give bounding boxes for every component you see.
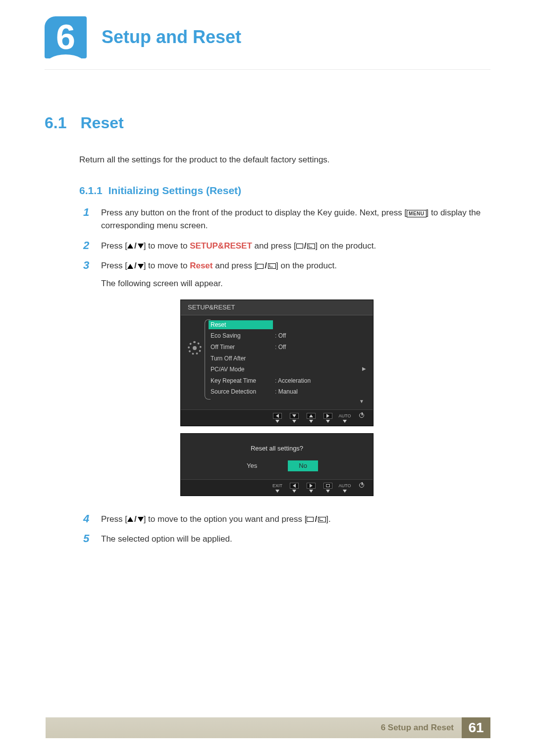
osd-row: Source DetectionManual <box>211 386 366 398</box>
osd-nav-right <box>321 413 334 423</box>
up-arrow-icon <box>127 517 133 522</box>
chapter-number-tab: 6 <box>45 16 87 58</box>
source-icon <box>307 517 314 522</box>
confirm-question: Reset all settings? <box>181 444 373 454</box>
confirm-yes-option: Yes <box>236 460 268 471</box>
osd-power-button <box>355 483 368 493</box>
osd-footer-buttons: AUTO <box>181 409 373 426</box>
osd-setup-reset-menu: SETUP&RESET Reset Eco SavingOff Off Time… <box>180 300 374 426</box>
enter-icon <box>307 244 315 249</box>
subsection-heading: 6.1.1Initializing Settings (Reset) <box>79 185 490 197</box>
page-footer: 6 Setup and Reset 61 <box>45 717 490 738</box>
page-number: 61 <box>462 717 490 738</box>
step-number: 5 <box>83 533 92 546</box>
power-icon <box>359 483 364 488</box>
osd-nav-down <box>288 413 301 423</box>
section-number: 6.1 <box>45 114 66 132</box>
up-arrow-icon <box>127 264 133 269</box>
down-arrow-icon <box>138 264 144 269</box>
down-arrow-icon <box>138 517 144 522</box>
steps-list: 1 Press any button on the front of the p… <box>83 206 490 546</box>
step-number: 4 <box>83 513 92 526</box>
section-title: Reset <box>80 114 123 132</box>
subsection-number: 6.1.1 <box>79 185 103 196</box>
osd-row: Eco SavingOff <box>211 330 366 342</box>
step-number: 2 <box>83 240 92 252</box>
osd-nav-up <box>305 413 318 423</box>
down-arrow-icon <box>138 244 144 249</box>
step-2: 2 Press [/] to move to SETUP&RESET and p… <box>83 240 490 252</box>
osd-nav-right <box>305 483 318 493</box>
osd-auto-button: AUTO <box>338 483 351 493</box>
enter-icon <box>268 263 276 269</box>
bracket-decoration <box>205 319 211 400</box>
chapter-number: 6 <box>56 18 75 56</box>
gear-icon <box>188 341 202 355</box>
chevron-right-icon: ▶ <box>362 365 366 374</box>
osd-row: Off TimerOff <box>211 342 366 353</box>
power-icon <box>359 413 364 418</box>
section-intro: Return all the settings for the product … <box>79 155 490 165</box>
setup-reset-link: SETUP&RESET <box>190 241 252 251</box>
step-number: 1 <box>83 206 92 233</box>
reset-link: Reset <box>190 261 213 270</box>
osd-nav-left <box>271 413 284 423</box>
osd-row: Key Repeat TimeAcceleration <box>211 375 366 387</box>
step-3: 3 Press [/] to move to Reset and press [… <box>83 259 490 506</box>
chapter-header: 6 Setup and Reset <box>45 15 490 59</box>
osd-power-button <box>355 413 368 423</box>
enter-icon <box>318 517 326 522</box>
chapter-title: Setup and Reset <box>102 27 241 48</box>
osd-auto-button: AUTO <box>338 413 351 423</box>
step-3-note: The following screen will appear. <box>101 277 490 290</box>
subsection-title: Initializing Settings (Reset) <box>108 185 241 196</box>
divider <box>45 69 490 70</box>
step-1: 1 Press any button on the front of the p… <box>83 206 490 233</box>
osd-enter-button <box>321 483 334 493</box>
osd-footer-buttons: EXIT AUTO <box>181 479 373 496</box>
chevron-down-icon: ▼ <box>211 398 366 405</box>
osd-row-reset: Reset <box>211 319 366 331</box>
osd-reset-confirm-dialog: Reset all settings? Yes No EXIT <box>180 433 374 496</box>
footer-chapter-label: 6 Setup and Reset <box>381 723 454 733</box>
confirm-no-option: No <box>288 460 318 471</box>
osd-row: Turn Off After <box>211 353 366 364</box>
section-heading: 6.1Reset <box>45 114 490 132</box>
step-4: 4 Press [/] to move to the option you wa… <box>83 513 490 526</box>
source-icon <box>257 264 264 269</box>
osd-title: SETUP&RESET <box>181 300 373 315</box>
step-number: 3 <box>83 259 92 506</box>
menu-button-label: MENU <box>407 210 426 217</box>
osd-exit-button: EXIT <box>271 483 284 493</box>
osd-nav-left <box>288 483 301 493</box>
source-icon <box>296 244 303 249</box>
up-arrow-icon <box>127 244 133 249</box>
osd-row: PC/AV Mode▶ <box>211 364 366 375</box>
step-5: 5 The selected option will be applied. <box>83 533 490 546</box>
